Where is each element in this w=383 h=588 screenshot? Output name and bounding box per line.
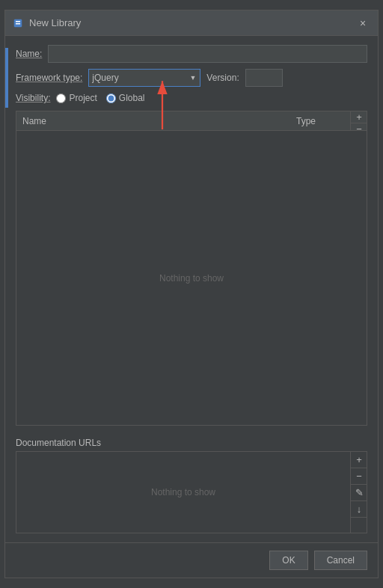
dialog-body: Name: Framework type: jQuery AngularJS R…	[5, 36, 378, 542]
name-input[interactable]	[48, 45, 367, 63]
radio-group: Project Global	[56, 93, 144, 103]
radio-project[interactable]: Project	[56, 93, 96, 103]
main-table-section: Name Type + − Nothing to show	[16, 111, 367, 426]
table-header: Name Type + −	[16, 111, 367, 131]
title-bar-left: New Library	[13, 17, 81, 29]
doc-table-body: Nothing to show	[16, 452, 350, 533]
table-add-button[interactable]: +	[351, 111, 367, 123]
accent-bar	[5, 48, 8, 108]
framework-row: Framework type: jQuery AngularJS React V…	[16, 69, 367, 87]
radio-global-input[interactable]	[106, 94, 116, 103]
table-actions-header: + −	[350, 111, 367, 130]
doc-remove-button[interactable]: −	[351, 468, 367, 485]
doc-table: Nothing to show + − ✎ ↓	[16, 451, 367, 533]
dialog-icon	[13, 17, 25, 29]
doc-section: Documentation URLs Nothing to show + − ✎…	[16, 435, 367, 533]
visibility-label: Visibility:	[16, 93, 50, 103]
close-button[interactable]: ×	[355, 16, 370, 31]
framework-select[interactable]: jQuery AngularJS React Vue Other	[88, 69, 200, 87]
svg-rect-2	[16, 23, 20, 25]
doc-download-button[interactable]: ↓	[351, 501, 367, 518]
cancel-button[interactable]: Cancel	[314, 551, 367, 570]
radio-project-input[interactable]	[56, 94, 66, 103]
table-empty-text: Nothing to show	[159, 273, 224, 284]
new-library-dialog: New Library × Name: Framework type: jQue…	[4, 10, 379, 578]
ok-button[interactable]: OK	[269, 551, 307, 570]
doc-add-button[interactable]: +	[351, 452, 367, 468]
name-label: Name:	[16, 49, 42, 59]
doc-edit-button[interactable]: ✎	[351, 485, 367, 501]
version-input[interactable]	[245, 69, 283, 87]
version-label: Version:	[206, 73, 239, 83]
table-body: Nothing to show	[16, 131, 367, 425]
doc-section-label: Documentation URLs	[16, 438, 367, 448]
framework-select-wrapper: jQuery AngularJS React Vue Other	[88, 69, 200, 87]
doc-empty-text: Nothing to show	[151, 487, 215, 497]
dialog-title: New Library	[29, 17, 81, 28]
svg-rect-1	[16, 21, 20, 22]
dialog-footer: OK Cancel	[5, 542, 378, 578]
radio-global-label: Global	[119, 93, 145, 103]
table-header-name: Name	[16, 111, 290, 130]
radio-global[interactable]: Global	[106, 93, 145, 103]
framework-label: Framework type:	[16, 73, 82, 83]
table-header-type: Type	[290, 111, 350, 130]
title-bar: New Library ×	[5, 10, 378, 36]
visibility-row: Visibility: Project Global	[16, 93, 367, 103]
doc-actions: + − ✎ ↓	[350, 452, 367, 533]
name-row: Name:	[16, 45, 367, 63]
radio-project-label: Project	[69, 93, 96, 103]
